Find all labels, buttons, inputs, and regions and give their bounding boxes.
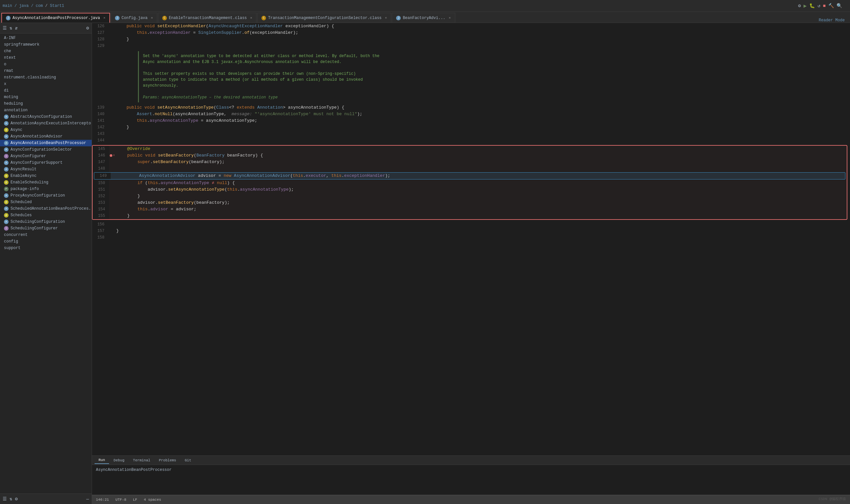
sidebar-item-async[interactable]: @ Async bbox=[0, 127, 92, 133]
sidebar-item-scheduling-configurer[interactable]: I SchedulingConfigurer bbox=[0, 225, 92, 232]
stop-icon[interactable]: ■ bbox=[823, 3, 826, 8]
sidebar-bottom-layout-icon[interactable]: ☰ bbox=[3, 496, 7, 502]
sidebar-item-async-configurer[interactable]: I AsyncConfigurer bbox=[0, 153, 92, 160]
class-icon-enable-scheduling: @ bbox=[4, 180, 8, 185]
sidebar-item-async-result[interactable]: A AsyncResult bbox=[0, 166, 92, 173]
sidebar-item-annotation-async[interactable]: A AnnotationAsyncExecutionIntercepto... bbox=[0, 120, 92, 127]
code-line-154: 154 this.advisor = advisor; bbox=[93, 206, 847, 213]
tab-config[interactable]: J Config.java × bbox=[111, 13, 157, 23]
tab-icon-config: J bbox=[115, 16, 120, 20]
sidebar-layout-icon[interactable]: ☰ bbox=[3, 25, 7, 31]
sidebar-item-enable-scheduling[interactable]: @ EnableScheduling bbox=[0, 179, 92, 186]
sidebar-item-di[interactable]: di bbox=[0, 87, 92, 94]
code-line-149-highlighted: 149 AsyncAnnotationAdvisor advisor = new… bbox=[94, 172, 845, 179]
tab-close-config[interactable]: × bbox=[151, 16, 153, 20]
top-nav-right: ⚙ ▶ 🐛 ↺ ■ 🔨 🔍 bbox=[798, 3, 847, 9]
tab-close-async[interactable]: × bbox=[103, 16, 105, 20]
sidebar-bottom-toolbar: ☰ ⇅ ⚙ — bbox=[0, 493, 92, 504]
bottom-tab-terminal[interactable]: Terminal bbox=[129, 457, 154, 464]
sidebar-item-async-config-selector[interactable]: A AsyncConfigurationSelector bbox=[0, 146, 92, 153]
code-editor[interactable]: 126 public void setExceptionHandler(Asyn… bbox=[92, 23, 850, 455]
sidebar-item-scheduling-config[interactable]: A SchedulingConfiguration bbox=[0, 218, 92, 225]
class-icon-scheduled-bean: A bbox=[4, 206, 8, 211]
tab-enable-tx[interactable]: C EnableTransactionManagement.class × bbox=[158, 13, 257, 23]
rerun-icon[interactable]: ↺ bbox=[817, 3, 820, 8]
tab-tx-selector[interactable]: C TransactionManagementConfigurationSele… bbox=[257, 13, 391, 23]
sidebar-item-scheduled[interactable]: @ Scheduled bbox=[0, 199, 92, 205]
tab-icon-async: J bbox=[6, 16, 11, 20]
class-icon-configurer-support: A bbox=[4, 160, 8, 165]
code-line-128: 128 } bbox=[92, 36, 850, 43]
code-line-146: 146 ⬆ public void setBeanFactory(BeanFac… bbox=[93, 152, 847, 159]
sidebar-bottom-expand-icon[interactable]: ⇅ bbox=[10, 496, 12, 502]
class-icon-annotation-async: A bbox=[4, 121, 8, 126]
sidebar-expand-icon[interactable]: ⇅ bbox=[10, 25, 12, 31]
sidebar-item-proxy-async[interactable]: A ProxyAsyncConfiguration bbox=[0, 192, 92, 199]
javadoc-block: Set the 'async' annotation type to be de… bbox=[92, 50, 850, 104]
gutter-breakpoint-146[interactable] bbox=[110, 154, 112, 157]
sidebar-item-enable-async[interactable]: @ EnableAsync bbox=[0, 173, 92, 179]
sidebar-settings-icon[interactable]: ⚙ bbox=[86, 25, 89, 31]
sidebar-item-scheduled-bean[interactable]: A ScheduledAnnotationBeanPostProces... bbox=[0, 205, 92, 212]
breadcrumb: main / java / com / Start1 bbox=[3, 4, 64, 8]
sidebar-toolbar: ☰ ⇅ ⇵ ⚙ bbox=[0, 23, 92, 34]
sidebar-item-async-advisor[interactable]: A AsyncAnnotationAdvisor bbox=[0, 133, 92, 140]
sidebar-item-ainf[interactable]: A-INF bbox=[0, 35, 92, 41]
sidebar-item-schedules[interactable]: @ Schedules bbox=[0, 212, 92, 218]
sidebar-item-ntext[interactable]: ntext bbox=[0, 54, 92, 61]
sidebar-item-o[interactable]: o bbox=[0, 61, 92, 68]
sidebar-item-async-bean-post[interactable]: A AsyncAnnotationBeanPostProcessor bbox=[0, 140, 92, 146]
editor-area: 126 public void setExceptionHandler(Asyn… bbox=[92, 23, 850, 504]
sidebar-item-moting[interactable]: moting bbox=[0, 94, 92, 101]
class-icon-scheduling-configurer: I bbox=[4, 226, 8, 231]
code-line-156: 156 bbox=[92, 221, 850, 228]
search-icon[interactable]: 🔍 bbox=[836, 3, 842, 8]
tab-close-enable-tx[interactable]: × bbox=[250, 16, 253, 20]
code-line-155: 155 } bbox=[93, 213, 847, 219]
sidebar-item-classloading[interactable]: nstrument.classloading bbox=[0, 74, 92, 81]
sidebar-item-rmat[interactable]: rmat bbox=[0, 68, 92, 74]
bottom-tab-git[interactable]: Git bbox=[181, 457, 195, 464]
sidebar: ☰ ⇅ ⇵ ⚙ A-INF springframework che ntext … bbox=[0, 23, 92, 504]
sidebar-bottom-close-icon[interactable]: — bbox=[86, 497, 89, 502]
sidebar-item-support[interactable]: support bbox=[0, 245, 92, 251]
tab-icon-enable-tx: C bbox=[162, 16, 167, 20]
run-icon[interactable]: ▶ bbox=[804, 3, 807, 9]
sidebar-item-annotation[interactable]: annotation bbox=[0, 107, 92, 113]
reader-mode-btn[interactable]: Reader Mode bbox=[819, 18, 850, 23]
class-icon-config-selector: A bbox=[4, 147, 8, 152]
sidebar-item-heduling[interactable]: heduling bbox=[0, 101, 92, 107]
class-icon-bean-post: A bbox=[4, 141, 8, 145]
tab-close-bean-factory[interactable]: × bbox=[449, 16, 451, 20]
sidebar-item-async-configurer-support[interactable]: A AsyncConfigurerSupport bbox=[0, 160, 92, 166]
tab-close-tx-selector[interactable]: × bbox=[385, 16, 387, 20]
tab-bean-factory[interactable]: J BeanFactoryAdvi... × bbox=[392, 13, 455, 23]
code-line-142: 142 } bbox=[92, 124, 850, 131]
code-line-144: 144 bbox=[92, 137, 850, 144]
bottom-class-label: AsyncAnnotationBeanPostProcessor bbox=[96, 468, 171, 472]
settings-icon[interactable]: ⚙ bbox=[798, 3, 801, 8]
tab-label-tx-selector: TransactionManagementConfigurationSelect… bbox=[268, 16, 382, 20]
code-line-126: 126 public void setExceptionHandler(Asyn… bbox=[92, 23, 850, 30]
sidebar-item-x[interactable]: x bbox=[0, 81, 92, 87]
sidebar-item-package-info[interactable]: P package-info bbox=[0, 186, 92, 192]
tab-async-bean[interactable]: J AsyncAnnotationBeanPostProcessor.java … bbox=[1, 13, 110, 23]
sidebar-bottom-settings-icon[interactable]: ⚙ bbox=[15, 496, 17, 502]
sidebar-item-springframework[interactable]: springframework bbox=[0, 41, 92, 48]
sidebar-collapse-icon[interactable]: ⇵ bbox=[15, 25, 17, 31]
bottom-tab-debug[interactable]: Debug bbox=[110, 457, 128, 464]
bottom-tab-problems[interactable]: Problems bbox=[155, 457, 180, 464]
sidebar-item-che[interactable]: che bbox=[0, 48, 92, 54]
sidebar-item-config[interactable]: config bbox=[0, 238, 92, 245]
class-icon-scheduling-config: A bbox=[4, 219, 8, 224]
bottom-tab-run[interactable]: Run bbox=[94, 457, 109, 464]
code-line-151: 151 advisor.setAsyncAnnotationType(this.… bbox=[93, 186, 847, 193]
debug-icon[interactable]: 🐛 bbox=[809, 3, 815, 8]
code-line-129: 129 bbox=[92, 43, 850, 49]
sidebar-item-concurrent[interactable]: concurrent bbox=[0, 232, 92, 238]
build-icon[interactable]: 🔨 bbox=[828, 3, 834, 8]
tab-label-config: Config.java bbox=[122, 16, 148, 20]
class-icon-abstract: A bbox=[4, 114, 8, 119]
class-icon-schedules: @ bbox=[4, 213, 8, 218]
sidebar-item-abstract-async[interactable]: A AbstractAsyncConfiguration bbox=[0, 113, 92, 120]
